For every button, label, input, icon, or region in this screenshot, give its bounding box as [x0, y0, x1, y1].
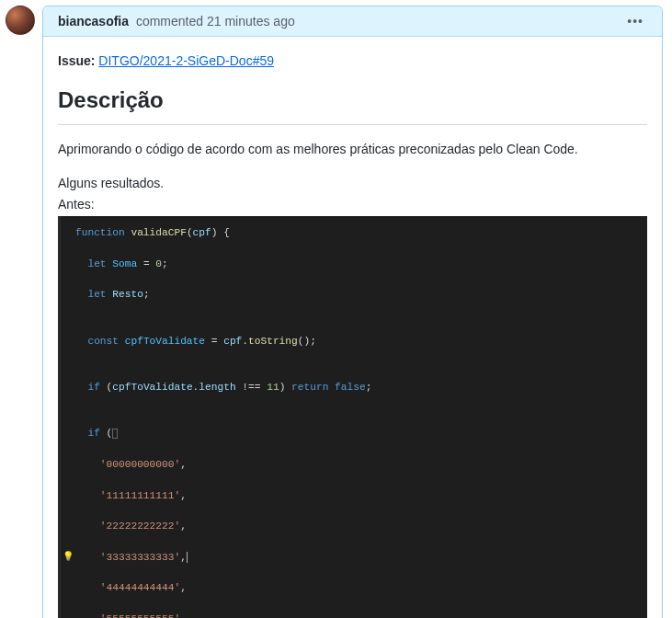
results-label: Alguns resultados.	[58, 174, 647, 193]
kebab-icon[interactable]: •••	[623, 14, 647, 29]
comment-header: biancasofia commented 21 minutes ago •••	[43, 6, 662, 37]
issue-line: Issue: DITGO/2021-2-SiGeD-Doc#59	[58, 52, 647, 71]
avatar[interactable]	[6, 6, 35, 35]
code-snippet-before: function validaCPF(cpf) { let Soma = 0; …	[58, 216, 647, 618]
issue-link[interactable]: DITGO/2021-2-SiGeD-Doc#59	[98, 53, 274, 68]
author-link[interactable]: biancasofia	[58, 14, 129, 29]
comment: biancasofia commented 21 minutes ago •••…	[42, 6, 663, 618]
comment-body: Issue: DITGO/2021-2-SiGeD-Doc#59 Descriç…	[43, 37, 662, 618]
avatar-container	[6, 6, 42, 618]
description-paragraph: Aprimorando o código de acordo com as me…	[58, 140, 647, 159]
section-heading: Descrição	[58, 84, 647, 125]
before-label: Antes:	[58, 195, 647, 214]
timeline-item: biancasofia commented 21 minutes ago •••…	[0, 0, 672, 618]
meta-prefix: commented	[136, 14, 207, 29]
issue-label: Issue:	[58, 53, 95, 68]
comment-meta: biancasofia commented 21 minutes ago	[58, 14, 623, 29]
timestamp[interactable]: 21 minutes ago	[207, 14, 295, 29]
